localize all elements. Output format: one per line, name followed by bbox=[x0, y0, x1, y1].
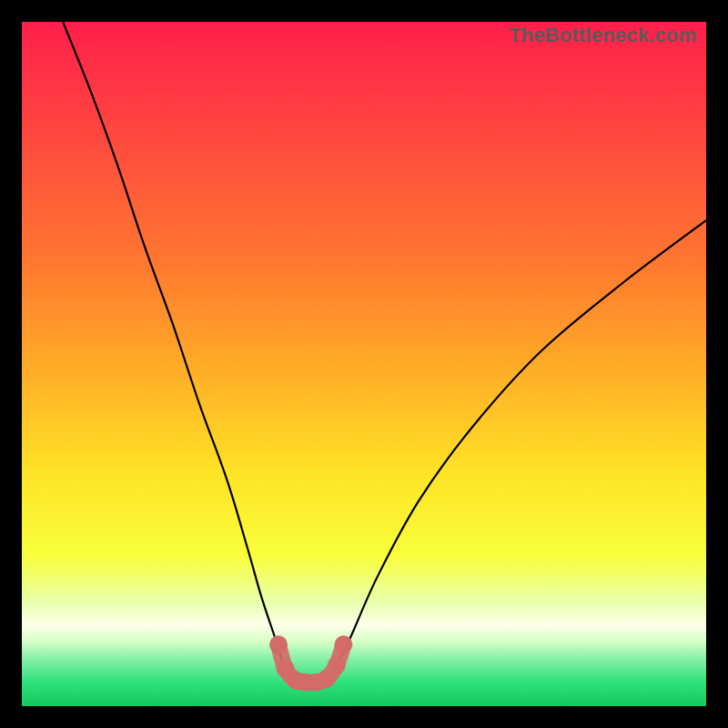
watermark-text: TheBottleneck.com bbox=[510, 24, 697, 47]
chart-plot-area: TheBottleneck.com bbox=[22, 22, 706, 706]
svg-point-0 bbox=[269, 635, 288, 653]
chart-frame: TheBottleneck.com bbox=[0, 0, 728, 728]
chart-svg bbox=[22, 22, 706, 706]
svg-point-6 bbox=[328, 656, 346, 674]
svg-point-7 bbox=[334, 635, 352, 653]
